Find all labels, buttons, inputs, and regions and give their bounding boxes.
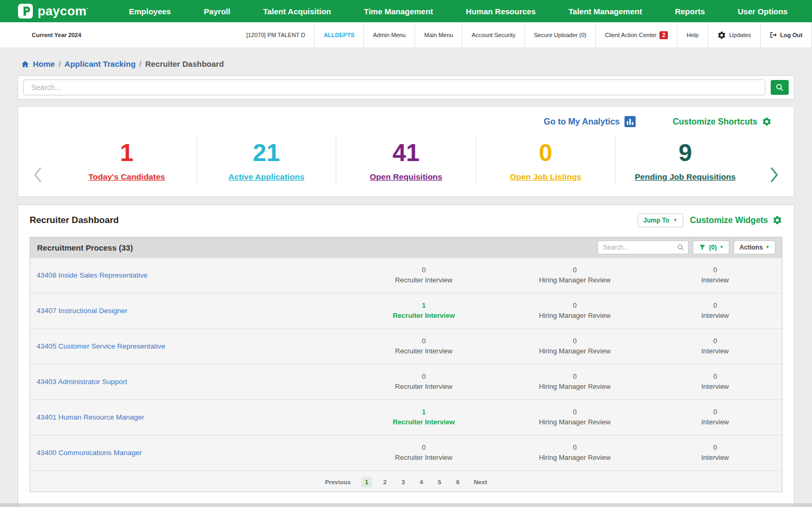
- table-row: 43408 Inside Sales Representative 0Recru…: [30, 258, 782, 293]
- chevron-down-icon: ▼: [673, 218, 677, 223]
- home-icon: [21, 60, 30, 68]
- kpi-open-requisitions[interactable]: 41 Open Requisitions: [336, 136, 476, 184]
- requisition-link[interactable]: 43405 Customer Service Representative: [37, 342, 353, 350]
- notification-badge: 2: [659, 31, 668, 39]
- widget-title: Recruitment Process (33): [37, 243, 133, 252]
- stage-stat-recruiter-interview: 1Recruiter Interview: [353, 301, 495, 321]
- client-action-center-button[interactable]: Client Action Center 2: [595, 22, 677, 48]
- page-number-5[interactable]: 5: [434, 477, 445, 487]
- client-action-center-label: Client Action Center: [605, 32, 656, 38]
- nav-item-human-resources[interactable]: Human Resources: [466, 7, 536, 16]
- kpi-label[interactable]: Active Applications: [197, 172, 336, 182]
- breadcrumb-current: Recruiter Dashboard: [145, 59, 224, 68]
- nav-item-time-management[interactable]: Time Management: [364, 7, 433, 16]
- jump-to-dropdown[interactable]: Jump To ▼: [638, 214, 683, 227]
- pagination-pages: 123456: [361, 477, 463, 487]
- requisition-link[interactable]: 43408 Inside Sales Representative: [37, 271, 353, 279]
- stage-stat-recruiter-interview: 0Recruiter Interview: [353, 372, 495, 392]
- requisition-link[interactable]: 43407 Instructional Designer: [37, 307, 353, 315]
- main-menu-bar: EmployeesPayrollTalent AcquisitionTime M…: [104, 7, 796, 16]
- main-menu-button[interactable]: Main Menu: [415, 22, 462, 48]
- stage-stat-recruiter-interview: 0Recruiter Interview: [353, 336, 495, 357]
- stage-stat-interview: 0Interview: [655, 443, 775, 463]
- stage-stat-hiring-manager-review: 0Hiring Manager Review: [495, 301, 655, 321]
- nav-item-employees[interactable]: Employees: [129, 7, 171, 16]
- shortcut-links: Go to My Analytics Customize Shortcuts: [18, 114, 794, 136]
- kpi-active-applications[interactable]: 21 Active Applications: [197, 136, 336, 184]
- search-icon: [775, 83, 784, 92]
- gear-icon: [762, 117, 772, 127]
- nav-item-user-options[interactable]: User Options: [738, 7, 788, 16]
- stage-stat-hiring-manager-review: 0Hiring Manager Review: [495, 443, 655, 463]
- table-row: 43407 Instructional Designer 1Recruiter …: [30, 293, 782, 329]
- secure-uploader-button[interactable]: Secure Uploader (0): [524, 22, 595, 48]
- page-title: Recruiter Dashboard: [30, 215, 119, 226]
- actions-dropdown[interactable]: Actions ▼: [734, 241, 775, 254]
- stage-stat-interview: 0Interview: [655, 336, 775, 357]
- secondary-toolbar: Current Year 2024 [12070] PM TALENT D AL…: [0, 22, 812, 48]
- log-out-icon: [770, 31, 777, 39]
- nav-item-reports[interactable]: Reports: [675, 7, 705, 16]
- account-security-button[interactable]: Account Security: [462, 22, 524, 48]
- dashboard-controls: Jump To ▼ Customize Widgets: [638, 214, 782, 227]
- filter-dropdown[interactable]: (0) ▼: [693, 241, 729, 254]
- search-button[interactable]: [771, 80, 789, 95]
- alldepts-button[interactable]: ALLDEPTS: [314, 22, 363, 48]
- updates-label: Updates: [729, 32, 751, 38]
- brand-mark: ·: [87, 5, 89, 12]
- breadcrumb-home-link[interactable]: Home: [21, 59, 55, 68]
- shortcuts-next-chevron-icon[interactable]: [766, 164, 782, 188]
- stage-stat-hiring-manager-review: 0Hiring Manager Review: [495, 407, 655, 428]
- global-search-input[interactable]: [23, 79, 765, 95]
- stage-stat-hiring-manager-review: 0Hiring Manager Review: [495, 372, 655, 392]
- table-row: 43401 Human Resource Manager 1Recruiter …: [30, 400, 782, 435]
- pagination-previous-button[interactable]: Previous: [325, 479, 351, 485]
- stage-stat-recruiter-interview: 1Recruiter Interview: [353, 407, 495, 428]
- kpi-label[interactable]: Open Job Listings: [476, 172, 615, 182]
- nav-item-talent-acquisition[interactable]: Talent Acquisition: [263, 7, 331, 16]
- brand-text: paycom·: [38, 5, 88, 17]
- page-number-4[interactable]: 4: [416, 477, 426, 487]
- stage-stat-recruiter-interview: 0Recruiter Interview: [353, 443, 495, 463]
- log-out-label: Log Out: [780, 32, 802, 38]
- kpi-open-job-listings[interactable]: 0 Open Job Listings: [476, 136, 615, 184]
- kpi-label[interactable]: Pending Job Requisitions: [615, 172, 755, 182]
- customize-widgets-link[interactable]: Customize Widgets: [690, 215, 782, 225]
- page-number-2[interactable]: 2: [380, 477, 390, 487]
- pagination-next-button[interactable]: Next: [474, 479, 487, 485]
- go-to-my-analytics-link[interactable]: Go to My Analytics: [544, 116, 636, 127]
- paycom-logo-icon: [18, 4, 33, 19]
- kpi-value: 1: [57, 139, 197, 167]
- paycom-logo[interactable]: paycom·: [18, 4, 88, 19]
- breadcrumb-separator: /: [139, 59, 141, 68]
- viewport-cutoff-edge: [0, 503, 812, 507]
- kpi-todays-candidates[interactable]: 1 Today's Candidates: [57, 136, 197, 184]
- page-number-3[interactable]: 3: [398, 477, 408, 487]
- admin-menu-button[interactable]: Admin Menu: [363, 22, 415, 48]
- page-number-6[interactable]: 6: [452, 477, 463, 487]
- requisition-link[interactable]: 43403 Administrator Support: [37, 378, 353, 386]
- current-year-label: Current Year 2024: [0, 22, 81, 48]
- nav-item-talent-management[interactable]: Talent Management: [568, 7, 642, 16]
- requisition-link[interactable]: 43400 Communications Manager: [37, 449, 353, 457]
- stage-stat-recruiter-interview: 0Recruiter Interview: [353, 265, 495, 286]
- requisition-link[interactable]: 43401 Human Resource Manager: [37, 413, 353, 421]
- shortcuts-prev-chevron-icon[interactable]: [30, 164, 46, 188]
- table-row: 43403 Administrator Support 0Recruiter I…: [30, 364, 782, 400]
- log-out-button[interactable]: Log Out: [760, 22, 812, 48]
- kpi-label[interactable]: Today's Candidates: [57, 172, 197, 182]
- customize-shortcuts-link[interactable]: Customize Shortcuts: [673, 117, 772, 127]
- breadcrumb-section-link[interactable]: Applicant Tracking: [65, 59, 136, 68]
- kpi-pending-job-requisitions[interactable]: 9 Pending Job Requisitions: [615, 136, 755, 184]
- help-button[interactable]: Help: [677, 22, 708, 48]
- stage-stat-hiring-manager-review: 0Hiring Manager Review: [495, 336, 655, 357]
- updates-button[interactable]: Updates: [708, 22, 760, 48]
- analytics-chart-icon: [624, 116, 636, 127]
- widget-search-input[interactable]: [603, 244, 677, 251]
- recruiter-dashboard-panel: Recruiter Dashboard Jump To ▼ Customize …: [17, 204, 795, 507]
- nav-item-payroll[interactable]: Payroll: [204, 7, 230, 16]
- widget-controls: (0) ▼ Actions ▼: [597, 241, 775, 254]
- chevron-down-icon: ▼: [719, 245, 724, 250]
- kpi-label[interactable]: Open Requisitions: [336, 172, 476, 182]
- page-number-1[interactable]: 1: [361, 477, 372, 487]
